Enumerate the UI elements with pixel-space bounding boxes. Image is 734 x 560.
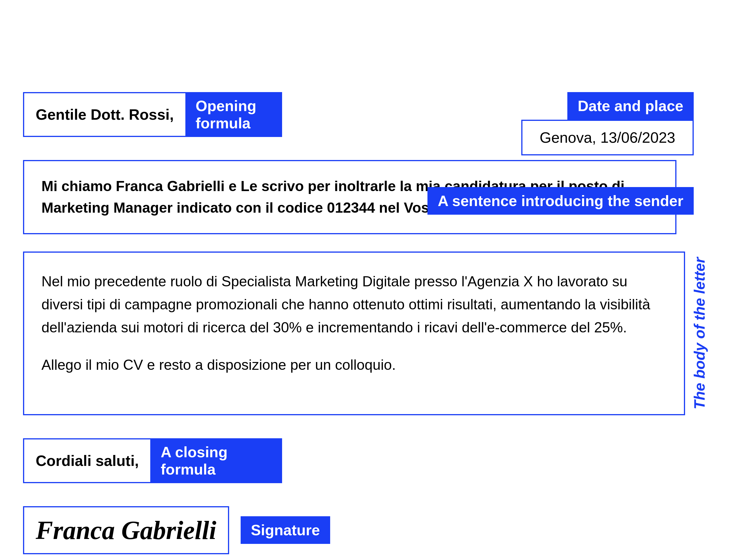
date-section: Date and place Genova, 13/06/2023 xyxy=(521,92,694,155)
date-label-badge: Date and place xyxy=(567,92,694,120)
signature-text: Franca Gabrielli xyxy=(23,506,229,554)
body-paragraph-1: Nel mio precedente ruolo di Specialista … xyxy=(41,270,667,339)
opening-section: Gentile Dott. Rossi, Opening formula xyxy=(23,92,282,137)
signature-section: Franca Gabrielli Signature xyxy=(23,506,340,554)
sender-label-badge: A sentence introducing the sender xyxy=(427,187,694,215)
opening-text: Gentile Dott. Rossi, xyxy=(23,92,187,137)
body-box: Nel mio precedente ruolo di Specialista … xyxy=(23,252,685,415)
body-paragraph-2: Allego il mio CV e resto a disposizione … xyxy=(41,353,667,376)
body-label-vertical: The body of the letter xyxy=(688,252,711,415)
signature-label-badge: Signature xyxy=(241,516,330,544)
page: Date and place Genova, 13/06/2023 Gentil… xyxy=(23,92,711,554)
body-wrapper: Nel mio precedente ruolo di Specialista … xyxy=(23,252,711,415)
date-value: Genova, 13/06/2023 xyxy=(521,120,694,155)
closing-label-badge: A closing formula xyxy=(150,438,282,483)
closing-text: Cordiali saluti, xyxy=(23,438,151,483)
sender-label-wrapper: A sentence introducing the sender xyxy=(427,187,694,215)
opening-label-badge: Opening formula xyxy=(185,92,282,137)
closing-section: Cordiali saluti, A closing formula xyxy=(23,438,282,483)
